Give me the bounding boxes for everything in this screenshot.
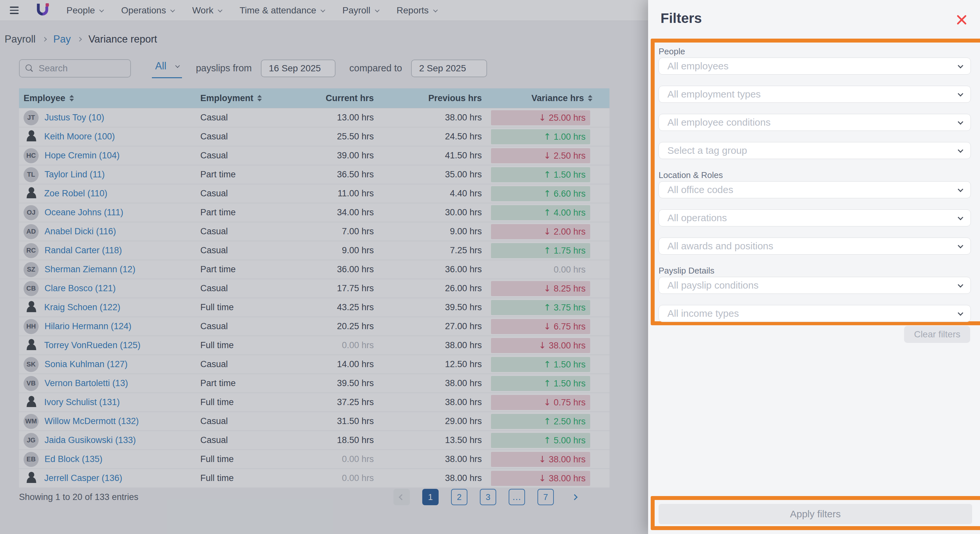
dropdown-placeholder: All payslip conditions bbox=[667, 280, 958, 291]
chevron-down-icon bbox=[958, 186, 963, 192]
dropdown-placeholder: All office codes bbox=[667, 184, 958, 195]
dropdown-placeholder: All income types bbox=[667, 308, 958, 319]
filter-dropdown-all-employment-types[interactable]: All employment types bbox=[659, 86, 971, 103]
filters-panel: Filters People All employees All employm… bbox=[648, 0, 980, 534]
dropdown-placeholder: All awards and positions bbox=[667, 240, 958, 252]
chevron-down-icon bbox=[958, 282, 963, 288]
chevron-down-icon bbox=[958, 243, 963, 248]
dropdown-placeholder: All employee conditions bbox=[667, 117, 958, 128]
chevron-down-icon bbox=[958, 310, 963, 316]
chevron-down-icon bbox=[958, 63, 963, 68]
dropdown-placeholder: Select a tag group bbox=[667, 145, 958, 156]
panel-title: Filters bbox=[660, 11, 702, 26]
dropdown-placeholder: All operations bbox=[667, 212, 958, 224]
filter-group-label: People bbox=[659, 46, 971, 56]
chevron-down-icon bbox=[958, 119, 963, 125]
clear-filters-button[interactable]: Clear filters bbox=[904, 326, 970, 343]
filter-fields: People All employees All employment type… bbox=[659, 46, 971, 333]
dropdown-placeholder: All employment types bbox=[667, 89, 958, 100]
filter-dropdown-all-employee-conditions[interactable]: All employee conditions bbox=[659, 114, 971, 131]
filter-dropdown-all-awards-and-positions[interactable]: All awards and positions bbox=[659, 238, 971, 254]
filter-dropdown-all-operations[interactable]: All operations bbox=[659, 210, 971, 226]
filter-dropdown-all-office-codes[interactable]: All office codes bbox=[659, 181, 971, 198]
filter-group-label: Location & Roles bbox=[659, 170, 971, 180]
chevron-down-icon bbox=[958, 91, 963, 97]
chevron-down-icon bbox=[958, 147, 963, 153]
close-icon[interactable] bbox=[956, 14, 967, 25]
filter-dropdown-all-income-types[interactable]: All income types bbox=[659, 305, 971, 322]
dropdown-placeholder: All employees bbox=[667, 60, 958, 72]
apply-filters-button[interactable]: Apply filters bbox=[659, 504, 972, 524]
filter-dropdown-all-payslip-conditions[interactable]: All payslip conditions bbox=[659, 277, 971, 294]
chevron-down-icon bbox=[958, 215, 963, 220]
variance-report-screen: PeopleOperationsWorkTime & attendancePay… bbox=[0, 0, 980, 534]
filter-group-label: Payslip Details bbox=[659, 266, 971, 275]
filter-dropdown-select-a-tag-group[interactable]: Select a tag group bbox=[659, 142, 971, 159]
filter-dropdown-all-employees[interactable]: All employees bbox=[659, 57, 971, 75]
